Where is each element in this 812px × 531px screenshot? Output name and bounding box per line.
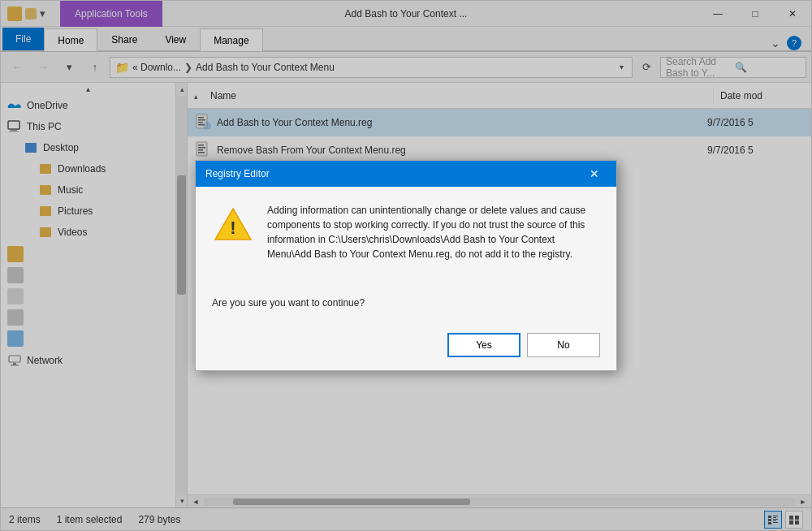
no-button[interactable]: No [527, 333, 600, 357]
dialog-title-bar: Registry Editor ✕ [196, 161, 616, 187]
dialog-buttons: Yes No [212, 325, 600, 357]
dialog-body: ! Adding information can unintentionally… [196, 187, 616, 370]
svg-text:!: ! [230, 218, 235, 238]
dialog-close-button[interactable]: ✕ [582, 162, 607, 186]
dialog-content-row: ! Adding information can unintentionally… [212, 203, 600, 284]
registry-editor-dialog: Registry Editor ✕ ! Adding information c… [195, 160, 617, 371]
dialog-question: Are you sure you want to continue? [212, 297, 600, 309]
dialog-overlay: Registry Editor ✕ ! Adding information c… [1, 1, 811, 530]
dialog-message: Adding information can unintentionally c… [267, 203, 600, 261]
main-window: ▾ Application Tools Add Bash to Your Con… [0, 0, 812, 531]
warning-icon-wrap: ! [212, 203, 254, 242]
yes-button[interactable]: Yes [447, 333, 520, 357]
warning-icon: ! [214, 206, 253, 242]
dialog-title: Registry Editor [205, 168, 582, 179]
